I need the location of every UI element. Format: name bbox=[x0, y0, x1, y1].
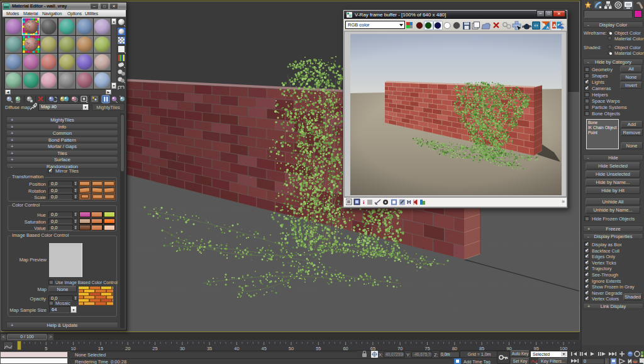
svg-text:40: 40 bbox=[234, 346, 239, 351]
svg-text:65: 65 bbox=[370, 346, 375, 351]
svg-text:35: 35 bbox=[207, 346, 212, 351]
svg-text:15: 15 bbox=[98, 346, 103, 351]
svg-text:5: 5 bbox=[45, 346, 47, 351]
svg-text:30: 30 bbox=[180, 346, 185, 351]
svg-text:70: 70 bbox=[397, 346, 402, 351]
svg-text:20: 20 bbox=[125, 346, 130, 351]
svg-text:50: 50 bbox=[289, 346, 294, 351]
svg-text:45: 45 bbox=[262, 346, 267, 351]
svg-text:100: 100 bbox=[560, 346, 568, 351]
svg-text:A: A bbox=[543, 23, 546, 26]
svg-text:55: 55 bbox=[316, 346, 321, 351]
svg-text:85: 85 bbox=[479, 346, 484, 351]
svg-text:75: 75 bbox=[425, 346, 430, 351]
svg-text:A: A bbox=[547, 26, 550, 30]
svg-text:25: 25 bbox=[152, 346, 157, 351]
svg-text:i: i bbox=[363, 199, 365, 205]
svg-text:H: H bbox=[407, 199, 411, 205]
svg-text:0: 0 bbox=[584, 359, 586, 363]
svg-text:10: 10 bbox=[70, 346, 75, 351]
svg-text:80: 80 bbox=[452, 346, 457, 351]
svg-text:95: 95 bbox=[534, 346, 539, 351]
svg-text:60: 60 bbox=[343, 346, 348, 351]
